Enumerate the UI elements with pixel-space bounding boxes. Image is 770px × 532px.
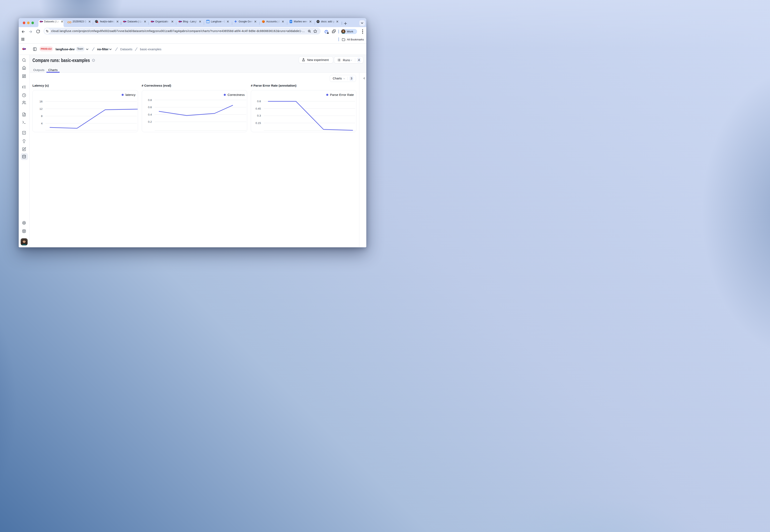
svg-text:12: 12 xyxy=(39,107,42,110)
svg-text:0.8: 0.8 xyxy=(148,98,152,101)
svg-text:0.6: 0.6 xyxy=(257,100,261,103)
svg-text:8: 8 xyxy=(41,115,42,118)
svg-text:0.3: 0.3 xyxy=(257,114,261,117)
svg-text:0.45: 0.45 xyxy=(256,107,261,110)
svg-text:0.6: 0.6 xyxy=(148,106,152,109)
svg-text:4: 4 xyxy=(41,122,42,125)
svg-text:16: 16 xyxy=(39,100,42,103)
svg-text:0.15: 0.15 xyxy=(256,121,261,124)
svg-text:0.2: 0.2 xyxy=(148,120,152,123)
svg-text:0.4: 0.4 xyxy=(148,113,152,116)
